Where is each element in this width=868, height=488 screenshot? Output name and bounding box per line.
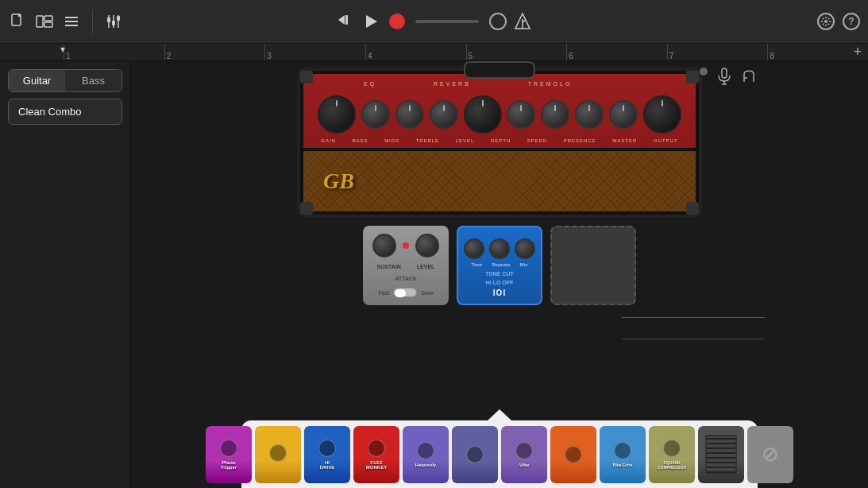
svg-marker-13 bbox=[338, 15, 345, 25]
master-label: MASTER bbox=[612, 138, 637, 143]
speed-label: SPEED bbox=[527, 138, 547, 143]
tuner-icon[interactable] bbox=[741, 68, 757, 89]
separator-line-2 bbox=[622, 339, 765, 339]
treble-knob[interactable] bbox=[430, 100, 458, 129]
tray-pedal-cabinet[interactable] bbox=[698, 426, 744, 483]
speed-knob[interactable] bbox=[541, 100, 569, 129]
amp-panel: EQ REVERB TREMOLO X bbox=[303, 74, 696, 211]
timeline-ruler: ▾ 1 2 3 4 5 6 7 8 + bbox=[0, 44, 868, 61]
svg-rect-20 bbox=[722, 68, 727, 78]
add-track-button[interactable]: + bbox=[853, 44, 862, 60]
time-label: Time bbox=[471, 262, 482, 267]
record-button[interactable] bbox=[389, 14, 405, 29]
presence-label: PRESENCE bbox=[564, 138, 596, 143]
level-knob[interactable] bbox=[464, 95, 502, 134]
bass-label: BASS bbox=[353, 138, 368, 143]
svg-rect-1 bbox=[37, 16, 43, 27]
delay-name-label: IOI bbox=[493, 289, 506, 297]
tray-arrow bbox=[488, 409, 511, 420]
svg-rect-2 bbox=[44, 16, 52, 21]
output-knob[interactable] bbox=[643, 95, 681, 134]
transport-bar[interactable] bbox=[415, 20, 479, 23]
ruler-tick-6: 6 bbox=[566, 44, 667, 60]
skip-back-button[interactable] bbox=[337, 12, 353, 32]
amp-knobs-row bbox=[303, 89, 696, 137]
tray-pedal-chorus[interactable] bbox=[452, 426, 498, 483]
repeats-label: Repeats bbox=[492, 262, 510, 267]
settings-button[interactable] bbox=[817, 13, 835, 30]
metronome-icon[interactable] bbox=[513, 12, 532, 31]
depth-knob[interactable] bbox=[507, 100, 535, 129]
tremolo-label: TREMOLO bbox=[528, 81, 573, 87]
bass-tab[interactable]: Bass bbox=[65, 70, 122, 91]
tracks-icon[interactable] bbox=[62, 12, 81, 31]
layout-icon[interactable] bbox=[35, 12, 54, 31]
amp-cabinet: GB bbox=[303, 148, 696, 211]
ruler-tick-2: 2 bbox=[164, 44, 265, 60]
mic-icon[interactable] bbox=[717, 68, 731, 89]
level-knob-pedal[interactable] bbox=[415, 234, 439, 258]
tone-cut-label: TONE CUT bbox=[485, 271, 514, 277]
tray-pedal-fuzz[interactable]: FUZZMONKEY bbox=[353, 426, 399, 483]
indicator-dot bbox=[700, 68, 708, 76]
mixer-icon[interactable] bbox=[104, 12, 123, 31]
mix-label: Mix bbox=[520, 262, 528, 267]
toolbar-right: ? bbox=[817, 13, 860, 30]
toolbar: ? bbox=[0, 0, 868, 44]
svg-rect-3 bbox=[44, 22, 52, 27]
master-knob[interactable] bbox=[609, 100, 638, 129]
sidebar: Guitar Bass Clean Combo bbox=[0, 61, 131, 488]
pedal-board: SUSTAIN LEVEL ATTACK Fast Slow bbox=[131, 222, 868, 309]
preset-button[interactable]: Clean Combo bbox=[8, 99, 122, 125]
output-label: OUTPUT bbox=[654, 138, 678, 143]
compressor-pedal[interactable]: SUSTAIN LEVEL ATTACK Fast Slow bbox=[363, 226, 449, 305]
tray-pedal-hidrive[interactable]: HIDRIVE bbox=[304, 426, 350, 483]
help-button[interactable]: ? bbox=[843, 13, 860, 30]
sustain-knob[interactable] bbox=[372, 234, 396, 258]
tray-pedal-squash[interactable]: SQUASHCOMPRESSOR bbox=[649, 426, 695, 483]
play-button[interactable] bbox=[359, 10, 383, 33]
svg-rect-11 bbox=[112, 21, 115, 25]
main-content: Guitar Bass Clean Combo bbox=[0, 61, 868, 488]
svg-point-19 bbox=[824, 20, 827, 23]
tray-pedal-blue-echo-2[interactable]: Blue Echo bbox=[600, 426, 646, 483]
tray-pedal-phase-tripper[interactable]: PhaseTripper bbox=[206, 426, 252, 483]
sustain-label: SUSTAIN bbox=[377, 264, 401, 269]
tray-pedal-blue-echo[interactable] bbox=[550, 426, 596, 483]
playhead: ▾ bbox=[60, 44, 65, 55]
time-knob[interactable] bbox=[464, 238, 484, 259]
ruler-tick-7: 7 bbox=[667, 44, 768, 60]
tray-pedal-none[interactable]: ⊘ bbox=[747, 426, 793, 483]
tray-pedal-heavenly[interactable]: Heavenly bbox=[403, 426, 449, 483]
knob-level-label: LEVEL bbox=[456, 138, 475, 143]
mids-label: MIDS bbox=[384, 138, 399, 143]
delay-pedal[interactable]: Time Repeats Mix TONE CUT HI LO OFF IOI bbox=[457, 226, 542, 305]
tray-pedal-vibe[interactable]: Vibe bbox=[501, 426, 547, 483]
pedal-tray: PhaseTripper HIDRIVE bbox=[241, 420, 758, 488]
led-indicator bbox=[403, 242, 409, 249]
attack-label: ATTACK bbox=[395, 276, 417, 281]
repeats-knob[interactable] bbox=[489, 238, 510, 259]
eq-label: EQ bbox=[364, 81, 376, 87]
empty-pedal-slot[interactable] bbox=[550, 226, 636, 305]
mids-knob[interactable] bbox=[395, 100, 424, 129]
treble-label: TREBLE bbox=[416, 138, 439, 143]
tray-pedal-boost[interactable] bbox=[255, 426, 301, 483]
depth-label: DEPTH bbox=[491, 138, 511, 143]
presence-knob[interactable] bbox=[575, 100, 604, 129]
svg-rect-10 bbox=[107, 17, 110, 22]
svg-rect-12 bbox=[117, 16, 120, 21]
mix-knob[interactable] bbox=[515, 238, 535, 259]
level-label: LEVEL bbox=[417, 264, 435, 269]
instrument-tab-group: Guitar Bass bbox=[8, 69, 122, 92]
bass-knob[interactable] bbox=[361, 100, 390, 129]
new-file-icon[interactable] bbox=[8, 12, 27, 31]
gain-knob[interactable] bbox=[318, 95, 356, 134]
reverb-label: REVERB bbox=[434, 81, 471, 87]
fast-label: Fast bbox=[379, 290, 390, 296]
ruler-tick-5: 5 bbox=[466, 44, 567, 60]
tempo-button[interactable] bbox=[489, 13, 507, 30]
guitar-tab[interactable]: Guitar bbox=[9, 70, 65, 91]
svg-rect-14 bbox=[345, 15, 348, 25]
amp-logo: GB bbox=[323, 168, 354, 194]
